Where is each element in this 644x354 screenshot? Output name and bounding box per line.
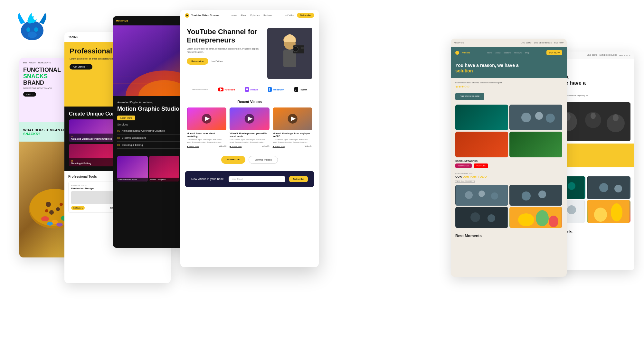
mkt-create-website-button[interactable]: CREATE WEBSITE xyxy=(455,93,484,100)
mkt-nav-shop[interactable]: Shop xyxy=(525,52,529,54)
snacks-nav-ingredients[interactable]: INGREDIENTS xyxy=(38,62,51,64)
mkt-view-all[interactable]: VIEW ALL PROJECTS xyxy=(455,180,562,182)
mkt-live-demo-1[interactable]: LIVE DEMO xyxy=(521,42,532,44)
yt-video-2-watch-link[interactable]: ▶ Watch Now xyxy=(230,145,242,147)
mkt-live-demo-2[interactable]: LIVE DEMO BLOGS xyxy=(534,42,552,44)
yt-newsletter-text: New videos in your inbox. xyxy=(191,177,225,181)
yt-video-1-watch: ▶ Watch Now Video 06 xyxy=(187,145,226,147)
twitch-platform-logo: Twitch xyxy=(245,87,258,92)
yt-nav-about[interactable]: About xyxy=(241,14,246,16)
svg-point-58 xyxy=(522,191,531,200)
yt-video-2-thumb xyxy=(230,107,269,130)
snacks-nav-about[interactable]: ABOUT xyxy=(29,62,36,64)
yt-newsletter-subscribe-button[interactable]: Subscribe xyxy=(289,176,308,182)
agency-buy-now[interactable]: BUY NOW ↗ xyxy=(619,54,630,56)
yt-video-1-title: Video 6: Learn more about marketing xyxy=(187,132,226,138)
yt-video-1-watch-link[interactable]: ▶ Watch Now xyxy=(187,145,199,147)
mkt-desc: Lorem ipsum dolor sit amet, consectetur … xyxy=(451,78,567,104)
mkt-buy-now[interactable]: BUY NOW xyxy=(554,42,564,44)
yt-newsletter-input[interactable]: Your Email xyxy=(229,176,285,182)
svg-point-9 xyxy=(60,203,63,206)
yt-header: Youtube Video Creator Home About Episode… xyxy=(180,10,319,21)
svg-point-11 xyxy=(41,216,49,221)
toolm5-logo: ToolM5 xyxy=(68,35,78,39)
mkt-social-section: SOCIAL NETWORKS INSTAGRAM YOUTUBE xyxy=(451,159,567,169)
svg-point-84 xyxy=(594,208,607,222)
mkt-featured-label: FEATURED MODEL xyxy=(455,172,562,174)
mkt-work-1 xyxy=(455,105,508,130)
svg-point-14 xyxy=(47,222,53,226)
main-logo xyxy=(13,6,52,45)
svg-rect-33 xyxy=(245,87,249,92)
snacks-nav-buy[interactable]: BUY xyxy=(23,62,27,64)
mkt-instagram-btn[interactable]: INSTAGRAM xyxy=(455,163,472,168)
svg-point-61 xyxy=(470,212,480,222)
yt-bottom-browse-button[interactable]: Browse Videos xyxy=(249,156,278,164)
yt-last-video-label[interactable]: Last Video xyxy=(284,14,294,16)
svg-point-85 xyxy=(611,203,622,221)
mkt-nav-items: Home About Sections Reviews Shop xyxy=(487,52,529,54)
yt-logo: Youtube Video Creator xyxy=(185,13,219,18)
svg-point-10 xyxy=(45,209,48,212)
yt-hero-image xyxy=(267,28,312,79)
mkt-main-title: You have a reason, we have a solution xyxy=(455,63,562,74)
yt-nav: Home About Episodes Reviews xyxy=(231,14,272,16)
svg-point-7 xyxy=(56,207,60,211)
yt-hero-section: YouTube Channel for Entrepreneurs Lorem … xyxy=(180,21,319,84)
marketing-card: ABOUT US LIVE DEMO LIVE DEMO BLOGS BUY N… xyxy=(451,39,567,277)
yt-video-1-thumb xyxy=(187,107,226,130)
mkt-header: ABOUT US LIVE DEMO LIVE DEMO BLOGS BUY N… xyxy=(451,39,567,47)
yt-video-3: Video 4: How to get from employee to CEO… xyxy=(273,107,312,147)
youtube-card: Youtube Video Creator Home About Episode… xyxy=(180,10,319,267)
mkt-work-3 xyxy=(455,132,508,157)
svg-point-79 xyxy=(614,185,622,192)
facebook-platform-logo: f facebook xyxy=(268,87,284,92)
toolm5-service-1: 01 Animated Digital Advertising Graphics xyxy=(69,119,117,142)
svg-point-65 xyxy=(536,210,549,226)
mkt-nav-sections[interactable]: Sections xyxy=(504,52,511,54)
svg-point-73 xyxy=(613,114,619,121)
yt-recent-title: Recent Videos xyxy=(187,100,312,104)
mkt-nav-reviews[interactable]: Reviews xyxy=(514,52,522,54)
mkt-portfolio-3 xyxy=(455,207,508,228)
mkt-work-2 xyxy=(509,105,562,130)
mkt-nav: FunM5 Home About Sections Reviews Shop B… xyxy=(451,47,567,58)
yt-bottom-subscribe-button[interactable]: Subscribe xyxy=(221,156,245,164)
yt-video-2-title: Video 5: How to present yourself in soci… xyxy=(230,132,269,138)
toolm5-get-started-button[interactable]: Get Started → xyxy=(70,64,92,70)
yt-videos-grid: Video 6: Learn more about marketing Duis… xyxy=(187,107,312,147)
mkt-youtube-btn[interactable]: YOUTUBE xyxy=(474,163,488,168)
agency-work-4 xyxy=(587,200,630,223)
yt-hero-last-video[interactable]: Last Video xyxy=(211,60,223,63)
yt-video-1: Video 6: Learn more about marketing Duis… xyxy=(187,107,226,147)
yt-newsletter-section: New videos in your inbox. Your Email Sub… xyxy=(185,171,314,187)
motion-brand: MotionM5 xyxy=(116,19,128,22)
svg-point-72 xyxy=(591,113,596,119)
yt-nav-episodes[interactable]: Episodes xyxy=(250,14,260,16)
yt-hero-subscribe-button[interactable]: Subscribe xyxy=(187,58,208,65)
svg-point-6 xyxy=(46,202,51,207)
svg-rect-77 xyxy=(588,176,630,199)
svg-point-66 xyxy=(549,216,558,227)
yt-nav-home[interactable]: Home xyxy=(231,14,237,16)
svg-point-54 xyxy=(465,191,473,199)
agency-live-demo[interactable]: LIVE DEMO xyxy=(587,54,598,56)
mkt-funm5-brand: FunM5 xyxy=(462,51,470,54)
mkt-nav-about[interactable]: About xyxy=(496,52,501,54)
mkt-nav-home[interactable]: Home xyxy=(487,52,492,54)
snacks-want-button[interactable]: WANT IT xyxy=(23,92,36,97)
mkt-nav-btn[interactable]: BUY NOW xyxy=(546,50,562,55)
yt-video-3-watch: ▶ Watch Now Video 04 xyxy=(273,145,312,147)
motion-thumb-2-label: Creative Conceptions xyxy=(149,178,180,182)
toolm5-tool1-btn[interactable]: Get Started ● xyxy=(71,206,85,210)
yt-header-subscribe-button[interactable]: Subscribe xyxy=(297,13,314,18)
motion-learn-button[interactable]: Learn More xyxy=(117,116,135,120)
mkt-work-4 xyxy=(509,132,562,157)
yt-video-3-watch-link[interactable]: ▶ Watch Now xyxy=(273,145,285,147)
yt-nav-reviews[interactable]: Reviews xyxy=(263,14,272,16)
mkt-portfolio-4 xyxy=(509,207,562,228)
svg-point-64 xyxy=(518,213,534,226)
svg-point-52 xyxy=(546,114,555,123)
agency-live-blogs[interactable]: LIVE DEMO BLOGS xyxy=(600,54,617,56)
svg-point-50 xyxy=(521,113,531,122)
